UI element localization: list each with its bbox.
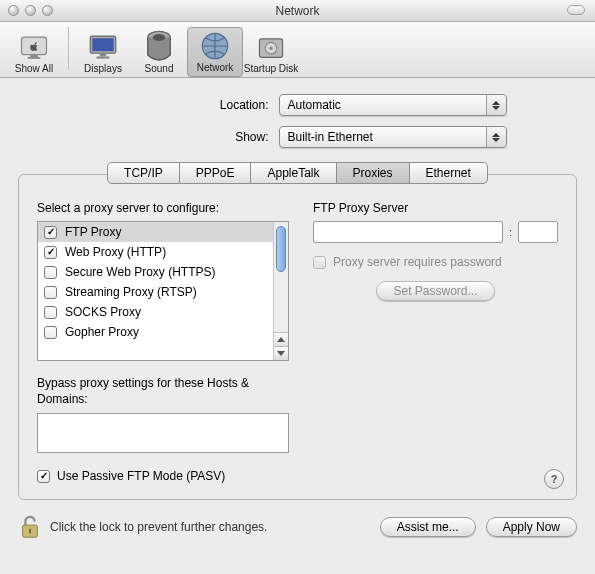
proxy-item-label: SOCKS Proxy bbox=[65, 305, 141, 319]
scroll-up-icon[interactable] bbox=[274, 332, 288, 346]
requires-auth-label: Proxy server requires password bbox=[333, 255, 502, 269]
proxy-listbox[interactable]: FTP Proxy Web Proxy (HTTP) Secure Web Pr… bbox=[37, 221, 289, 361]
close-icon[interactable] bbox=[8, 5, 19, 16]
proxy-item-gopher[interactable]: Gopher Proxy bbox=[38, 322, 288, 342]
proxy-item-ftp[interactable]: FTP Proxy bbox=[38, 222, 288, 242]
requires-auth-checkbox[interactable] bbox=[313, 256, 326, 269]
globe-icon bbox=[200, 32, 230, 60]
tab-proxies[interactable]: Proxies bbox=[337, 162, 410, 184]
set-password-button[interactable]: Set Password... bbox=[376, 281, 494, 301]
tab-appletalk[interactable]: AppleTalk bbox=[251, 162, 336, 184]
help-button[interactable]: ? bbox=[544, 469, 564, 489]
server-title: FTP Proxy Server bbox=[313, 201, 558, 215]
checkbox-icon[interactable] bbox=[44, 306, 57, 319]
server-port-input[interactable] bbox=[518, 221, 558, 243]
toolbar-label: Displays bbox=[84, 63, 122, 74]
location-label: Location: bbox=[89, 98, 269, 112]
proxy-item-label: Gopher Proxy bbox=[65, 325, 139, 339]
tabs: TCP/IP PPPoE AppleTalk Proxies Ethernet bbox=[0, 162, 595, 184]
checkbox-icon[interactable] bbox=[44, 286, 57, 299]
location-row: Location: Automatic bbox=[0, 94, 595, 116]
pasv-label: Use Passive FTP Mode (PASV) bbox=[57, 469, 225, 483]
pasv-row: Use Passive FTP Mode (PASV) bbox=[37, 469, 289, 483]
svg-rect-5 bbox=[100, 53, 106, 56]
toolbar-label: Network bbox=[197, 62, 234, 73]
proxies-panel: Select a proxy server to configure: FTP … bbox=[18, 174, 577, 500]
toolbar-label: Sound bbox=[145, 63, 174, 74]
apply-now-button[interactable]: Apply Now bbox=[486, 517, 577, 537]
toolbar-show-all[interactable]: Show All bbox=[6, 27, 62, 77]
checkbox-icon[interactable] bbox=[44, 266, 57, 279]
show-row: Show: Built-in Ethernet bbox=[0, 126, 595, 148]
port-separator: : bbox=[509, 226, 512, 238]
pasv-checkbox[interactable] bbox=[37, 470, 50, 483]
location-popup[interactable]: Automatic bbox=[279, 94, 507, 116]
svg-point-12 bbox=[269, 46, 272, 49]
show-popup[interactable]: Built-in Ethernet bbox=[279, 126, 507, 148]
right-column: FTP Proxy Server : Proxy server requires… bbox=[313, 201, 558, 483]
svg-rect-14 bbox=[29, 529, 31, 534]
toolbar-label: Startup Disk bbox=[244, 63, 298, 74]
show-value: Built-in Ethernet bbox=[288, 130, 373, 144]
traffic-lights bbox=[0, 5, 53, 16]
svg-rect-1 bbox=[30, 55, 38, 58]
bypass-label: Bypass proxy settings for these Hosts & … bbox=[37, 375, 289, 407]
checkbox-icon[interactable] bbox=[44, 326, 57, 339]
bypass-input[interactable] bbox=[37, 413, 289, 453]
proxy-item-socks[interactable]: SOCKS Proxy bbox=[38, 302, 288, 322]
show-label: Show: bbox=[89, 130, 269, 144]
proxy-item-label: FTP Proxy bbox=[65, 225, 121, 239]
set-password-wrap: Set Password... bbox=[313, 281, 558, 301]
server-host-input[interactable] bbox=[313, 221, 503, 243]
svg-rect-4 bbox=[92, 38, 113, 51]
proxy-item-https[interactable]: Secure Web Proxy (HTTPS) bbox=[38, 262, 288, 282]
scrollbar[interactable] bbox=[273, 222, 288, 360]
proxy-item-label: Secure Web Proxy (HTTPS) bbox=[65, 265, 215, 279]
toolbar-separator bbox=[68, 27, 69, 69]
footer: Click the lock to prevent further change… bbox=[0, 500, 595, 540]
select-proxy-label: Select a proxy server to configure: bbox=[37, 201, 289, 215]
minimize-icon[interactable] bbox=[25, 5, 36, 16]
body: Location: Automatic Show: Built-in Ether… bbox=[0, 78, 595, 540]
toolbar-label: Show All bbox=[15, 63, 53, 74]
svg-rect-2 bbox=[28, 57, 41, 59]
assist-me-button[interactable]: Assist me... bbox=[380, 517, 476, 537]
disk-icon bbox=[256, 33, 286, 61]
window-title: Network bbox=[0, 4, 595, 18]
toolbar-network[interactable]: Network bbox=[187, 27, 243, 77]
location-value: Automatic bbox=[288, 98, 341, 112]
toolbar-startup-disk[interactable]: Startup Disk bbox=[243, 27, 299, 77]
toolbar-displays[interactable]: Displays bbox=[75, 27, 131, 77]
display-icon bbox=[88, 33, 118, 61]
tab-ethernet[interactable]: Ethernet bbox=[410, 162, 488, 184]
toolbar-toggle-button[interactable] bbox=[567, 5, 585, 15]
footer-buttons: Assist me... Apply Now bbox=[380, 517, 577, 537]
proxy-item-rtsp[interactable]: Streaming Proxy (RTSP) bbox=[38, 282, 288, 302]
scroll-thumb[interactable] bbox=[276, 226, 286, 272]
requires-auth-row: Proxy server requires password bbox=[313, 255, 558, 269]
apple-icon bbox=[19, 33, 49, 61]
proxy-item-label: Streaming Proxy (RTSP) bbox=[65, 285, 197, 299]
left-column: Select a proxy server to configure: FTP … bbox=[37, 201, 289, 483]
toolbar-sound[interactable]: Sound bbox=[131, 27, 187, 77]
lock-icon[interactable] bbox=[18, 514, 42, 540]
scroll-down-icon[interactable] bbox=[274, 346, 288, 360]
popup-arrows-icon bbox=[486, 95, 506, 115]
checkbox-icon[interactable] bbox=[44, 226, 57, 239]
zoom-icon[interactable] bbox=[42, 5, 53, 16]
tab-tcpip[interactable]: TCP/IP bbox=[107, 162, 180, 184]
popup-arrows-icon bbox=[486, 127, 506, 147]
svg-rect-6 bbox=[97, 57, 110, 59]
proxy-item-label: Web Proxy (HTTP) bbox=[65, 245, 166, 259]
checkbox-icon[interactable] bbox=[44, 246, 57, 259]
lock-text: Click the lock to prevent further change… bbox=[50, 520, 372, 534]
proxy-item-http[interactable]: Web Proxy (HTTP) bbox=[38, 242, 288, 262]
tab-pppoe[interactable]: PPPoE bbox=[180, 162, 252, 184]
titlebar: Network bbox=[0, 0, 595, 22]
server-row: : bbox=[313, 221, 558, 243]
svg-point-8 bbox=[153, 34, 166, 41]
speaker-icon bbox=[144, 33, 174, 61]
toolbar: Show All Displays Sound Network Startup … bbox=[0, 22, 595, 78]
